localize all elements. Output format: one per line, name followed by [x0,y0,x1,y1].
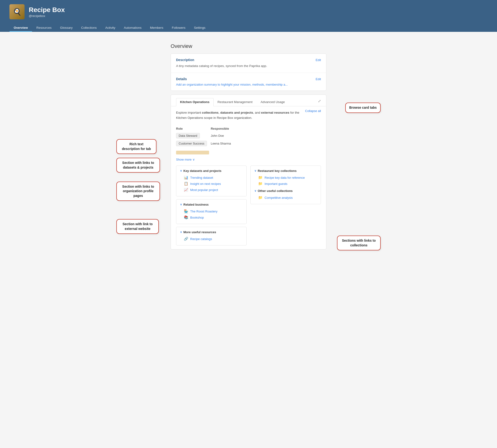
list-item[interactable]: 📁 Competitive analysis [254,194,317,201]
details-section: Details Edit Add an organization summary… [171,73,326,91]
section-box-resources: ∨ More useful resources 🔗 Recipe catalog… [176,227,247,245]
list-item[interactable]: 📊 Trending dataset [180,175,243,181]
callout-org-profile: Section with links to organization profi… [116,182,160,201]
nav-item-followers[interactable]: Followers [168,24,190,32]
org-name: Recipe Box [29,6,65,14]
details-edit-button[interactable]: Edit [316,77,321,81]
section-box-collections: ∨ Restaurant key collections 📁 Recipe ke… [250,165,321,204]
chevron-icon-related[interactable]: ∨ [180,203,182,206]
nav-item-resources[interactable]: Resources [32,24,56,32]
list-item[interactable]: 📁 Recipe key data for reference [254,175,317,181]
nav-item-glossary[interactable]: Glossary [56,24,77,32]
right-sections: ∨ Restaurant key collections 📁 Recipe ke… [250,165,321,245]
outer-wrapper: Browse card tabs Rich text description f… [119,32,378,265]
org-info: Recipe Box @recipebox [29,6,65,18]
main-content: Overview Description Edit A tiny metadat… [171,37,326,259]
collection-icon: 📁 [258,176,263,180]
nav-item-settings[interactable]: Settings [190,24,210,32]
org-avatar: 🍳 [9,4,25,19]
chevron-icon-other[interactable]: ∨ [254,189,256,192]
chevron-down-icon: ∨ [193,158,195,161]
tab-kitchen-operations[interactable]: Kitchen Operations [176,98,214,106]
list-item[interactable]: 🔗 Recipe catalogs [180,236,243,242]
description-section: Description Edit A tiny metadata catalog… [171,54,326,73]
show-more-button[interactable]: Show more ∨ [176,158,195,161]
description-text: A tiny metadata catalog of recipes, sync… [176,64,321,68]
main-nav: Overview Resources Glossary Collections … [9,24,488,32]
section-title-other-collections: ∨ Other useful collections [254,189,317,193]
tabs-card: Kitchen Operations Restaurant Management… [171,95,326,249]
org-icon-bookshop: 📚 [184,215,188,220]
callout-datasets: Section with links to datasets & project… [116,158,160,173]
left-sections: ∨ Key datasets and projects 📊 Trending d… [176,165,247,245]
tabs-header: Kitchen Operations Restaurant Management… [171,95,326,106]
list-item[interactable]: 🏪 The Roost Roastery [180,208,243,214]
details-placeholder[interactable]: Add an organization summary to highlight… [176,83,321,86]
responsible-col-header: Responsible [211,126,235,132]
section-title-datasets: ∨ Key datasets and projects [180,169,243,173]
callout-rich-text: Rich text description for tab [116,139,156,154]
nav-item-members[interactable]: Members [146,24,168,32]
section-title-related: ∨ Related business [180,203,243,206]
responsible-cell: Leena Sharma [211,140,235,147]
nav-item-overview[interactable]: Overview [9,24,32,32]
list-item[interactable]: 📁 Important guests [254,181,317,187]
section-title-restaurant-collections: ∨ Restaurant key collections [254,169,317,173]
role-cell: Data Steward [176,132,211,140]
page-title: Overview [171,43,326,49]
callout-collections: Sections with links to collections [337,236,381,250]
role-chip-steward: Data Steward [176,133,200,138]
role-cell: Customer Success [176,140,211,147]
section-box-related-business: ∨ Related business 🏪 The Roost Roastery … [176,199,247,224]
trending-icon: 📈 [184,188,188,192]
dataset-icon: 📊 [184,176,188,180]
nav-item-collections[interactable]: Collections [77,24,101,32]
org-icon-roost: 🏪 [184,209,188,213]
link-icon: 🔗 [184,237,188,241]
section-title-resources: ∨ More useful resources [180,230,243,234]
collection-icon: 📁 [258,182,263,186]
chevron-icon-datasets[interactable]: ∨ [180,169,182,172]
description-label: Description [176,58,194,62]
tab-expand-icon[interactable]: ⤢ [318,99,321,106]
header: 🍳 Recipe Box @recipebox Overview Resourc… [0,0,497,32]
chevron-icon-restaurant[interactable]: ∨ [254,169,256,172]
blurred-bar [176,151,209,154]
nav-item-automations[interactable]: Automations [120,24,146,32]
callout-browse-tabs: Browse card tabs [345,103,381,113]
description-card: Description Edit A tiny metadata catalog… [171,53,326,91]
table-row: Data Steward John Doe [176,132,235,140]
details-label: Details [176,77,187,81]
project-icon: 📋 [184,182,188,186]
tab-description: Explore important collections, datasets … [176,110,300,120]
tab-advanced-usage[interactable]: Advanced Usage [257,98,289,106]
nav-item-activity[interactable]: Activity [101,24,120,32]
table-row: Customer Success Leena Sharma [176,140,235,147]
collapse-all-button[interactable]: Collapse all [305,109,321,113]
section-box-datasets: ∨ Key datasets and projects 📊 Trending d… [176,165,247,196]
callout-external: Section with link to external website [116,219,159,234]
sections-grid: ∨ Key datasets and projects 📊 Trending d… [176,165,321,245]
description-edit-button[interactable]: Edit [316,58,321,62]
org-handle: @recipebox [29,14,65,18]
responsible-cell: John Doe [211,132,235,140]
list-item[interactable]: 📈 Most popular project [180,187,243,193]
role-col-header: Role [176,126,211,132]
list-item[interactable]: 📚 Bookshop [180,214,243,221]
tab-restaurant-management[interactable]: Restaurant Management [214,98,257,106]
role-table: Role Responsible Data Steward John Doe C… [176,126,235,147]
collection-icon: 📁 [258,195,263,200]
role-chip-success: Customer Success [176,141,207,146]
chevron-icon-resources[interactable]: ∨ [180,231,182,234]
description-header: Description Edit [176,58,321,62]
details-header: Details Edit [176,77,321,81]
list-item[interactable]: 📋 Insight on next recipes [180,181,243,187]
tab-content: Explore important collections, datasets … [171,106,326,249]
